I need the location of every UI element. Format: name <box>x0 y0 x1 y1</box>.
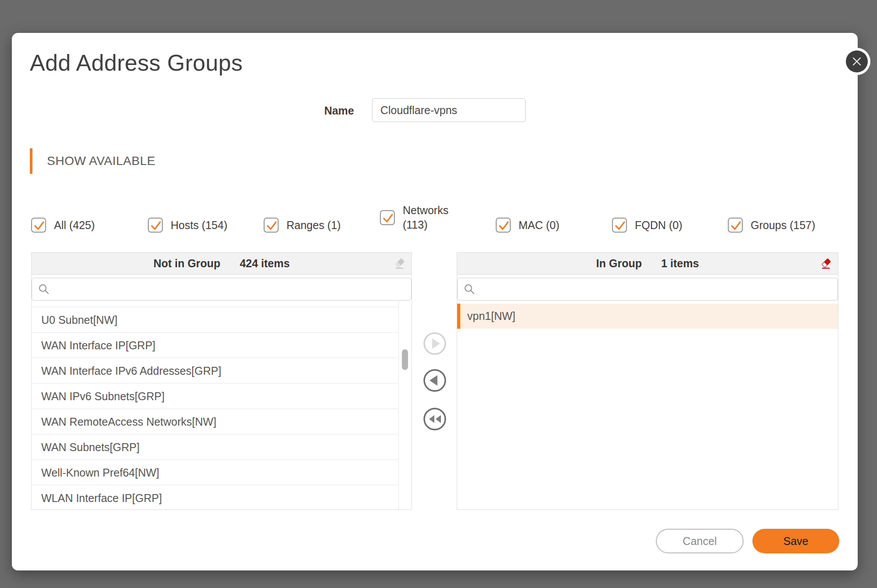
in-group-header: In Group 1 items <box>457 253 838 275</box>
clear-selection-button[interactable] <box>393 257 406 270</box>
list-scroll-spacer <box>32 301 398 307</box>
filter-label-networks: Networks (113) <box>403 203 455 232</box>
check-icon <box>729 219 744 233</box>
name-label: Name <box>275 104 354 118</box>
not-in-group-title: Not in Group <box>154 257 221 270</box>
filter-label-all: All (425) <box>54 218 95 233</box>
list-item[interactable]: Well-Known Pref64[NW] <box>32 460 398 485</box>
list-item[interactable]: WLAN Interface IP[GRP] <box>32 485 398 510</box>
check-icon <box>265 219 279 233</box>
check-icon <box>613 219 628 233</box>
list-item[interactable]: WAN Interface IP[GRP] <box>32 333 398 358</box>
move-all-left-button[interactable] <box>422 407 447 431</box>
checkbox-all[interactable] <box>31 218 46 233</box>
list-item[interactable]: WAN IPv6 Subnets[GRP] <box>32 384 398 409</box>
list-item[interactable]: WAN Interface IPv6 Addresses[GRP] <box>32 358 398 384</box>
not-in-group-search <box>32 278 412 301</box>
clear-group-button[interactable] <box>820 257 833 270</box>
list-item[interactable]: U0 Subnet[NW] <box>32 307 398 333</box>
scrollbar-track[interactable] <box>398 301 412 509</box>
checkbox-mac[interactable] <box>496 218 511 233</box>
checkbox-networks[interactable] <box>380 210 395 225</box>
filter-label-fqdn: FQDN (0) <box>635 218 682 233</box>
check-icon <box>381 211 396 226</box>
add-address-groups-dialog: Add Address Groups Name SHOW AVAILABLE A… <box>12 33 858 570</box>
search-input[interactable] <box>54 278 411 300</box>
check-icon <box>149 219 164 233</box>
scrollbar-thumb[interactable] <box>402 349 408 370</box>
page-title: Add Address Groups <box>30 50 243 76</box>
not-in-group-panel: Not in Group 424 items U0 Subne <box>31 252 412 510</box>
check-icon <box>32 219 47 233</box>
filter-label-mac: MAC (0) <box>519 218 559 233</box>
checkbox-groups[interactable] <box>728 218 743 233</box>
close-button[interactable] <box>846 50 868 72</box>
show-available-label: SHOW AVAILABLE <box>47 154 155 168</box>
checkbox-hosts[interactable] <box>148 218 163 233</box>
not-in-group-count: 424 items <box>240 257 290 270</box>
filter-label-ranges: Ranges (1) <box>286 218 341 233</box>
move-left-button[interactable] <box>422 368 447 393</box>
check-icon <box>497 219 512 233</box>
in-group-title: In Group <box>596 257 642 270</box>
list-item[interactable]: WAN Subnets[GRP] <box>32 434 398 460</box>
close-icon <box>846 50 868 72</box>
filter-label-groups: Groups (157) <box>751 218 815 233</box>
accent-bar <box>30 148 32 174</box>
checkbox-fqdn[interactable] <box>612 218 627 233</box>
eraser-icon <box>393 257 406 270</box>
eraser-icon-red <box>820 257 833 270</box>
cancel-button[interactable]: Cancel <box>656 529 744 553</box>
in-group-search <box>457 278 838 301</box>
arrow-right-icon <box>422 331 447 356</box>
arrow-left-icon <box>422 368 447 393</box>
move-right-button[interactable] <box>422 331 447 356</box>
filter-label-hosts: Hosts (154) <box>171 218 227 233</box>
double-arrow-left-icon <box>422 407 447 431</box>
search-input[interactable] <box>480 278 838 300</box>
name-field[interactable] <box>372 98 526 122</box>
not-in-group-header: Not in Group 424 items <box>32 253 412 275</box>
in-group-count: 1 items <box>661 257 699 270</box>
in-group-item-selected[interactable]: vpn1[NW] <box>457 304 838 329</box>
show-available-section: SHOW AVAILABLE <box>30 148 155 174</box>
search-icon <box>464 283 475 295</box>
checkbox-ranges[interactable] <box>264 218 279 233</box>
search-icon <box>38 283 50 295</box>
list-item[interactable]: WAN RemoteAccess Networks[NW] <box>32 409 398 434</box>
not-in-group-list: U0 Subnet[NW] WAN Interface IP[GRP] WAN … <box>32 301 412 510</box>
save-button[interactable]: Save <box>752 529 839 553</box>
in-group-panel: In Group 1 items vpn1[NW] <box>457 252 838 510</box>
